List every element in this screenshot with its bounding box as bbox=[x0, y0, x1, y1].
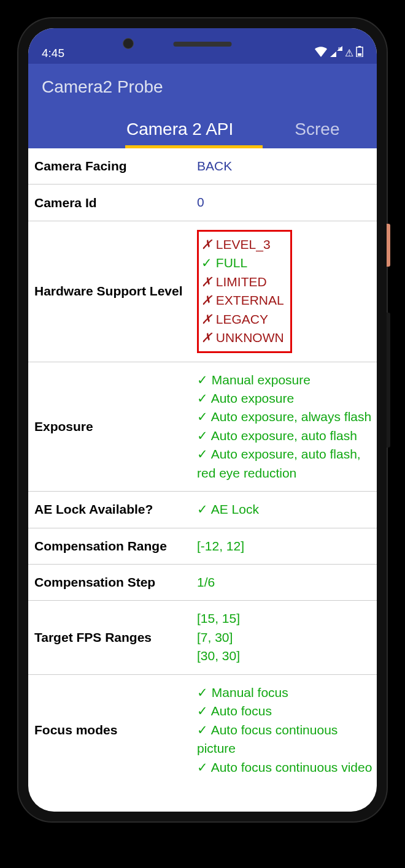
hw-item: LIMITED bbox=[201, 273, 284, 291]
hw-item: LEVEL_3 bbox=[201, 235, 284, 254]
signal-icon: R bbox=[330, 46, 342, 60]
app-bar: Camera2 Probe bbox=[28, 64, 377, 110]
svg-rect-3 bbox=[358, 53, 361, 56]
status-icons: R ⚠ bbox=[314, 46, 363, 60]
row-exposure: Exposure Manual exposure Auto exposure A… bbox=[28, 362, 377, 492]
label-comp-range: Compensation Range bbox=[34, 539, 197, 554]
value-fps: [15, 15] [7, 30] [30, 30] bbox=[197, 609, 240, 665]
phone-frame: 4:45 R ⚠ Camera2 Probe Camera 2 API Scre… bbox=[18, 18, 387, 821]
value-comp-range: [-12, 12] bbox=[197, 537, 244, 555]
home-indicator[interactable] bbox=[156, 801, 249, 804]
screen: 4:45 R ⚠ Camera2 Probe Camera 2 API Scre… bbox=[28, 28, 377, 812]
battery-icon bbox=[356, 46, 363, 60]
volume-button-side bbox=[387, 313, 390, 447]
hw-item: LEGACY bbox=[201, 310, 284, 329]
tab-camera2api[interactable]: Camera 2 API bbox=[114, 111, 245, 148]
label-camera-id: Camera Id bbox=[34, 196, 197, 210]
value-hw-support: LEVEL_3 FULL LIMITED EXTERNAL LEGACY UNK… bbox=[197, 230, 292, 353]
row-camera-facing: Camera Facing BACK bbox=[28, 148, 377, 185]
exposure-item: Auto exposure, auto flash bbox=[197, 427, 373, 445]
speaker-grille bbox=[174, 42, 232, 47]
row-fps: Target FPS Ranges [15, 15] [7, 30] [30, … bbox=[28, 601, 377, 674]
tab-indicator bbox=[125, 145, 263, 148]
focus-item: Auto focus bbox=[197, 702, 373, 720]
exposure-item: Auto exposure, always flash bbox=[197, 408, 373, 426]
value-exposure: Manual exposure Auto exposure Auto expos… bbox=[197, 371, 373, 483]
focus-item: Auto focus continuous video bbox=[197, 758, 373, 777]
hw-item: FULL bbox=[201, 254, 284, 272]
warning-icon: ⚠ bbox=[345, 47, 353, 59]
fps-item: [30, 30] bbox=[197, 647, 240, 665]
label-ae-lock: AE Lock Available? bbox=[34, 502, 197, 517]
focus-item: Manual focus bbox=[197, 683, 373, 702]
app-title: Camera2 Probe bbox=[42, 77, 163, 97]
label-comp-step: Compensation Step bbox=[34, 575, 197, 590]
exposure-item: Auto exposure bbox=[197, 389, 373, 408]
row-focus: Focus modes Manual focus Auto focus Auto… bbox=[28, 675, 377, 785]
label-fps: Target FPS Ranges bbox=[34, 630, 197, 645]
power-button-side bbox=[387, 224, 390, 267]
tab-screen[interactable]: Scree bbox=[282, 111, 352, 148]
value-ae-lock: AE Lock bbox=[197, 500, 259, 519]
row-comp-range: Compensation Range [-12, 12] bbox=[28, 528, 377, 565]
exposure-item: Manual exposure bbox=[197, 371, 373, 389]
exposure-item: Auto exposure, auto flash, red eye reduc… bbox=[197, 445, 373, 482]
wifi-icon bbox=[314, 46, 328, 60]
row-ae-lock: AE Lock Available? AE Lock bbox=[28, 492, 377, 528]
front-camera-dot bbox=[123, 38, 134, 49]
label-exposure: Exposure bbox=[34, 419, 197, 434]
content-list[interactable]: Camera Facing BACK Camera Id 0 Hardware … bbox=[28, 148, 377, 785]
value-focus: Manual focus Auto focus Auto focus conti… bbox=[197, 683, 373, 777]
label-focus: Focus modes bbox=[34, 723, 197, 737]
focus-item: Auto focus continuous picture bbox=[197, 721, 373, 758]
status-time: 4:45 bbox=[42, 47, 64, 60]
fps-item: [7, 30] bbox=[197, 628, 240, 647]
row-hw-support: Hardware Support Level LEVEL_3 FULL LIMI… bbox=[28, 221, 377, 362]
row-comp-step: Compensation Step 1/6 bbox=[28, 565, 377, 601]
svg-text:R: R bbox=[338, 46, 342, 51]
fps-item: [15, 15] bbox=[197, 609, 240, 628]
row-camera-id: Camera Id 0 bbox=[28, 185, 377, 221]
hw-item: UNKNOWN bbox=[201, 329, 284, 347]
label-hw-support: Hardware Support Level bbox=[34, 284, 197, 299]
value-comp-step: 1/6 bbox=[197, 573, 215, 592]
label-camera-facing: Camera Facing bbox=[34, 159, 197, 173]
value-camera-facing: BACK bbox=[197, 157, 232, 175]
hw-item: EXTERNAL bbox=[201, 291, 284, 310]
tab-bar: Camera 2 API Scree bbox=[28, 110, 377, 148]
highlight-box: LEVEL_3 FULL LIMITED EXTERNAL LEGACY UNK… bbox=[197, 230, 292, 353]
value-camera-id: 0 bbox=[197, 193, 204, 211]
